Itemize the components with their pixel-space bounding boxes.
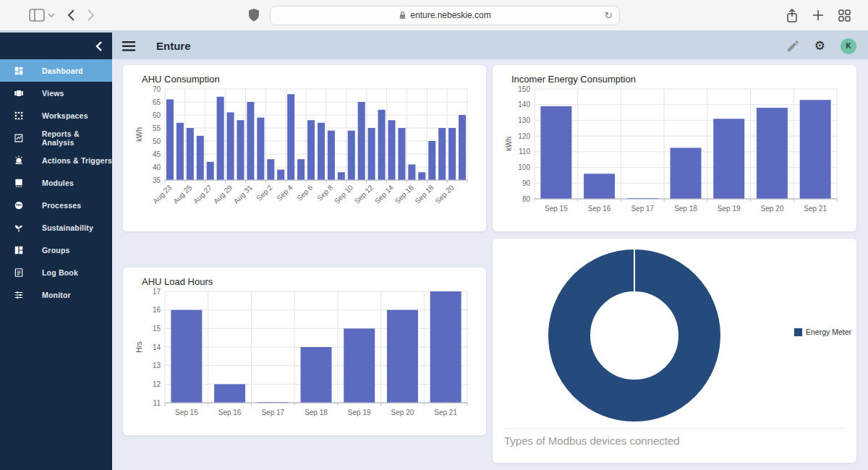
divider (504, 428, 845, 429)
chart-title: AHU Load Hours (142, 276, 476, 287)
sidebar-nav: DashboardViewsWorkspacesReports & Analys… (0, 59, 112, 306)
legend-swatch (794, 328, 802, 336)
sidebar-item-modules[interactable]: Modules (0, 171, 112, 194)
legend-label: Energy Meter (806, 328, 851, 336)
donut-legend[interactable]: Energy Meter (794, 328, 851, 336)
lock-icon (399, 11, 407, 20)
ahu-consumption-chart: 3540455055606570Aug 23Aug 25Aug 27Aug 29… (133, 85, 473, 219)
sidebar-item-views[interactable]: Views (0, 82, 112, 104)
svg-text:Sep 21: Sep 21 (434, 409, 457, 416)
svg-text:14: 14 (153, 343, 161, 351)
ahu-load-hours-chart: 11121314151617Sep 15Sep 16Sep 17Sep 18Se… (133, 287, 473, 423)
app-header: Enture ⚙ K (112, 33, 868, 59)
groups-icon (14, 245, 24, 255)
monitor-icon (14, 290, 24, 300)
svg-text:Sep 18: Sep 18 (413, 183, 435, 205)
sidebar-item-label: Dashboard (42, 67, 83, 75)
sidebar-item-monitor[interactable]: Monitor (0, 283, 112, 306)
svg-text:Sep 20: Sep 20 (433, 183, 455, 205)
svg-text:12: 12 (153, 380, 161, 388)
sidebar-item-reports-analysis[interactable]: Reports & Analysis (0, 127, 112, 149)
sidebar-item-label: Reports & Analysis (42, 129, 112, 147)
svg-text:150: 150 (518, 85, 530, 93)
reload-icon[interactable]: ↻ (604, 9, 613, 21)
svg-text:Aug 27: Aug 27 (192, 183, 213, 205)
sidebar: DashboardViewsWorkspacesReports & Analys… (0, 33, 112, 470)
svg-text:Aug 31: Aug 31 (232, 183, 254, 205)
chart-title: AHU Consumption (142, 74, 476, 85)
logbook-icon (14, 268, 24, 278)
privacy-shield-icon[interactable] (248, 9, 260, 22)
svg-text:Sep 16: Sep 16 (218, 409, 242, 416)
svg-text:80: 80 (522, 195, 531, 203)
svg-text:Sep 20: Sep 20 (391, 409, 414, 416)
avatar-initial: K (846, 42, 851, 50)
reports-icon (14, 133, 24, 143)
menu-icon[interactable] (122, 41, 135, 51)
address-bar[interactable]: enture.nebeskie.com ↻ (270, 6, 620, 25)
svg-text:13: 13 (153, 362, 161, 369)
svg-text:Sep 19: Sep 19 (718, 205, 741, 213)
avatar[interactable]: K (841, 38, 856, 54)
sidebar-item-log-book[interactable]: Log Book (0, 261, 112, 283)
svg-text:Sep 8: Sep 8 (315, 183, 335, 202)
svg-text:17: 17 (153, 288, 161, 296)
svg-text:Sep 14: Sep 14 (373, 183, 395, 205)
sidebar-item-workspaces[interactable]: Workspaces (0, 104, 112, 127)
svg-text:Aug 29: Aug 29 (212, 183, 234, 205)
workspaces-icon (14, 111, 24, 121)
svg-text:Sep 18: Sep 18 (674, 205, 697, 213)
collapse-sidebar-icon[interactable] (95, 41, 103, 51)
svg-text:Sep 18: Sep 18 (305, 409, 328, 416)
edit-pencil-icon[interactable] (786, 40, 799, 53)
sidebar-item-label: Views (42, 89, 64, 98)
card-ahu-consumption: AHU Consumption 3540455055606570Aug 23Au… (123, 65, 486, 231)
sidebar-item-label: Modules (42, 179, 74, 187)
sidebar-item-label: Log Book (42, 268, 78, 277)
svg-text:35: 35 (153, 176, 161, 184)
svg-text:Sep 12: Sep 12 (353, 183, 375, 205)
svg-text:40: 40 (153, 163, 161, 171)
svg-text:120: 120 (518, 132, 530, 140)
sidebar-item-label: Monitor (42, 291, 71, 299)
dashboard-content: AHU Consumption 3540455055606570Aug 23Au… (112, 59, 868, 470)
svg-text:Sep 17: Sep 17 (261, 409, 284, 416)
svg-text:Sep 10: Sep 10 (333, 183, 354, 205)
chart-title: Incomer Energy Consumption (511, 74, 846, 85)
svg-text:100: 100 (518, 163, 530, 171)
svg-text:15: 15 (153, 325, 161, 333)
svg-text:Sep 19: Sep 19 (348, 409, 371, 416)
url-text: enture.nebeskie.com (410, 10, 490, 20)
svg-text:Sep 15: Sep 15 (545, 205, 568, 213)
sidebar-item-processes[interactable]: PROProcesses (0, 194, 112, 216)
sidebar-item-groups[interactable]: Groups (0, 239, 112, 261)
sustainability-icon (14, 223, 24, 233)
svg-text:Sep 16: Sep 16 (393, 183, 415, 205)
svg-text:50: 50 (153, 137, 161, 145)
card-incomer-energy: Incomer Energy Consumption 8090100110120… (493, 65, 856, 231)
settings-gear-icon[interactable]: ⚙ (814, 40, 825, 52)
svg-text:Aug 23: Aug 23 (151, 183, 173, 205)
actions-icon (14, 155, 24, 166)
sidebar-item-dashboard[interactable]: Dashboard (0, 59, 112, 82)
svg-text:Sep 2: Sep 2 (255, 183, 274, 202)
modules-icon (14, 178, 24, 188)
modbus-donut-chart (503, 244, 843, 425)
svg-text:PRO: PRO (16, 204, 22, 207)
svg-text:kWh: kWh (505, 137, 513, 151)
sidebar-item-sustainability[interactable]: Sustainability (0, 216, 112, 239)
svg-text:65: 65 (153, 98, 161, 106)
svg-text:Hrs: Hrs (135, 341, 143, 353)
svg-text:Aug 25: Aug 25 (171, 183, 193, 205)
donut-caption: Types of Modbus devices connected (504, 435, 680, 447)
card-ahu-load-hours: AHU Load Hours 11121314151617Sep 15Sep 1… (123, 268, 486, 435)
svg-text:45: 45 (153, 150, 161, 158)
processes-icon: PRO (14, 200, 24, 210)
incomer-energy-chart: 8090100110120130140150Sep 15Sep 16Sep 17… (503, 85, 843, 219)
sidebar-item-label: Actions & Triggers (42, 156, 112, 165)
svg-text:Sep 15: Sep 15 (175, 409, 198, 416)
sidebar-item-actions-triggers[interactable]: Actions & Triggers (0, 149, 112, 171)
sidebar-item-label: Processes (42, 201, 81, 210)
sidebar-item-label: Sustainability (42, 223, 93, 232)
svg-text:110: 110 (519, 148, 530, 155)
